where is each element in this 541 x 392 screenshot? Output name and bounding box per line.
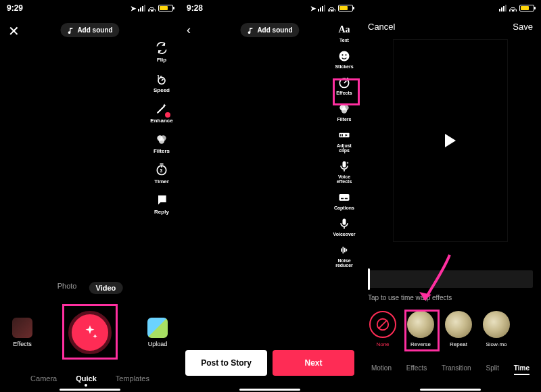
svg-rect-20 xyxy=(345,198,348,199)
mode-tab-video[interactable]: Video xyxy=(89,282,122,294)
sparkle-icon xyxy=(81,324,99,341)
camera-tools: Flip 1x Speed Enhance Filters 3 Timer Re… xyxy=(149,41,174,215)
tool-timer[interactable]: 3 Timer xyxy=(149,162,174,185)
tool-voice-label: Voice effects xyxy=(331,174,357,184)
cat-split[interactable]: Split xyxy=(486,364,499,372)
effects-icon xyxy=(12,318,32,338)
effect-repeat-label: Repeat xyxy=(450,341,467,347)
tool-captions-label: Captions xyxy=(334,205,354,210)
tool-captions[interactable]: Captions xyxy=(331,191,357,210)
upload-label: Upload xyxy=(148,341,168,347)
status-icons: ➤ xyxy=(131,5,173,12)
upload-button[interactable]: Upload xyxy=(147,318,168,347)
cat-effects[interactable]: Effects xyxy=(406,364,427,372)
tool-reply[interactable]: Reply xyxy=(149,193,174,215)
effect-none-label: None xyxy=(376,341,389,347)
tool-voice-effects[interactable]: Voice effects xyxy=(331,160,357,184)
flip-icon xyxy=(154,41,169,55)
tool-speed[interactable]: 1x Speed xyxy=(149,71,174,93)
timeline[interactable] xyxy=(368,270,533,288)
tool-effects[interactable]: Effects xyxy=(331,76,357,95)
cancel-button[interactable]: Cancel xyxy=(368,22,395,32)
upload-icon xyxy=(147,318,168,338)
save-button[interactable]: Save xyxy=(513,22,533,32)
stickers-icon xyxy=(337,49,351,63)
tool-noise-label: Noise reducer xyxy=(331,258,357,268)
add-sound-label: Add sound xyxy=(257,26,292,34)
record-button[interactable] xyxy=(68,311,112,354)
effect-reverse[interactable]: Reverse xyxy=(407,311,434,347)
effect-slowmo[interactable]: Slow-mo xyxy=(483,311,510,347)
tab-quick[interactable]: Quick xyxy=(76,374,97,383)
cat-time[interactable]: Time xyxy=(514,364,530,372)
effect-repeat[interactable]: Repeat xyxy=(445,311,472,347)
battery-icon xyxy=(338,5,353,11)
tool-filters-label: Filters xyxy=(154,148,170,154)
effects-button[interactable]: Effects xyxy=(12,318,32,347)
svg-rect-15 xyxy=(340,134,341,136)
tab-templates[interactable]: Templates xyxy=(116,374,149,383)
play-icon xyxy=(445,134,456,147)
repeat-icon xyxy=(445,311,472,338)
noise-icon xyxy=(337,243,351,257)
tool-enhance-label: Enhance xyxy=(150,118,172,124)
add-sound-button[interactable]: Add sound xyxy=(240,23,299,37)
add-sound-label: Add sound xyxy=(77,26,112,34)
effect-category-tabs: Motion Effects Transition Split Time xyxy=(360,364,541,372)
tool-text[interactable]: Aa Text xyxy=(331,23,357,43)
timeline-cursor[interactable] xyxy=(368,268,370,290)
effect-reverse-label: Reverse xyxy=(410,341,431,347)
reverse-icon xyxy=(407,311,434,338)
tool-voiceover[interactable]: Voiceover xyxy=(331,217,357,237)
signal-icon xyxy=(499,5,507,11)
tool-noise-reducer[interactable]: Noise reducer xyxy=(331,243,357,268)
mode-tab-photo[interactable]: Photo xyxy=(57,282,77,294)
text-icon: Aa xyxy=(337,23,351,36)
tool-filters[interactable]: Filters xyxy=(331,102,357,122)
effects-hint: Tap to use time warp effects xyxy=(368,294,452,301)
wifi-icon xyxy=(327,5,336,11)
next-button[interactable]: Next xyxy=(273,350,354,376)
tool-adjust-label: Adjust clips xyxy=(331,143,357,153)
tool-enhance[interactable]: Enhance xyxy=(149,101,174,124)
home-indicator xyxy=(60,389,120,391)
close-button[interactable]: ✕ xyxy=(8,23,20,39)
cat-motion[interactable]: Motion xyxy=(371,364,392,372)
tool-adjust-clips[interactable]: Adjust clips xyxy=(331,128,357,153)
home-indicator xyxy=(239,389,300,391)
svg-point-13 xyxy=(342,107,347,113)
tool-reply-label: Reply xyxy=(154,209,169,215)
tab-camera[interactable]: Camera xyxy=(30,374,57,383)
video-preview[interactable] xyxy=(393,39,508,242)
tool-stickers-label: Stickers xyxy=(335,64,353,69)
bottom-tabs: Camera Quick Templates xyxy=(0,374,180,383)
filters-icon xyxy=(337,102,351,116)
edit-tools: Aa Text Stickers Effects Filters Adjust … xyxy=(331,23,357,268)
record-button-wrap xyxy=(68,311,112,354)
captions-icon xyxy=(337,191,351,204)
svg-rect-17 xyxy=(343,162,346,168)
svg-line-23 xyxy=(379,320,387,329)
effect-none[interactable]: None xyxy=(369,311,396,347)
tool-speed-label: Speed xyxy=(154,87,170,93)
signal-icon xyxy=(138,5,145,11)
tool-stickers[interactable]: Stickers xyxy=(331,49,357,69)
tool-flip[interactable]: Flip xyxy=(149,41,174,63)
status-bar xyxy=(360,0,541,16)
add-sound-button[interactable]: Add sound xyxy=(60,23,119,37)
cat-transition[interactable]: Transition xyxy=(442,364,471,372)
effects-header: Cancel Save xyxy=(360,22,541,32)
slowmo-icon xyxy=(483,311,510,338)
back-button[interactable]: ‹ xyxy=(187,23,191,37)
svg-text:3: 3 xyxy=(160,168,163,173)
battery-icon xyxy=(158,5,173,11)
post-to-story-button[interactable]: Post to Story xyxy=(185,350,267,376)
wifi-icon xyxy=(147,5,156,11)
tool-filters[interactable]: Filters xyxy=(149,132,174,154)
svg-point-9 xyxy=(345,54,346,55)
effect-slowmo-label: Slow-mo xyxy=(486,341,507,347)
time-effects-row: None Reverse Repeat Slow-mo xyxy=(369,311,510,347)
effects-icon xyxy=(337,76,351,89)
reply-icon xyxy=(154,193,169,207)
status-bar: 9:29 ➤ xyxy=(0,0,180,16)
